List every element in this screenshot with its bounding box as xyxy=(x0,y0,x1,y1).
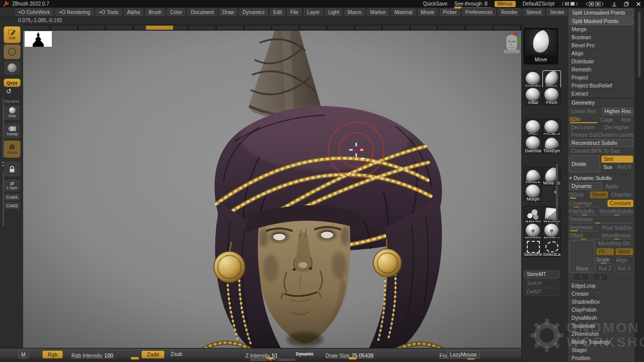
micropoly-down-button[interactable]: ↓ xyxy=(592,274,608,281)
document-canvas[interactable] xyxy=(23,24,521,348)
quicksave-button[interactable]: QuickSave xyxy=(423,1,447,7)
menu-item[interactable]: Picker xyxy=(440,9,460,16)
scale-slider[interactable]: Scale xyxy=(596,256,612,263)
brush-slot[interactable]: Move To xyxy=(542,167,561,186)
brush-slot[interactable]: Inflat xyxy=(524,86,542,105)
brush-slot[interactable]: Pinch xyxy=(542,86,561,105)
rotate-icon[interactable]: ↺ xyxy=(6,87,12,95)
micropoly-preview-box[interactable]: None xyxy=(569,240,595,273)
menu-item[interactable]: Preferences xyxy=(462,9,496,16)
section-geometry[interactable]: Geometry xyxy=(568,98,634,107)
section-merge[interactable]: Merge xyxy=(568,26,634,34)
menu-item[interactable]: Stencil xyxy=(523,9,544,16)
draw-ring-button[interactable] xyxy=(4,44,21,59)
menu-item[interactable]: +O Rendering xyxy=(55,9,93,16)
menu-item[interactable]: Render xyxy=(498,9,521,16)
section-align[interactable]: Align xyxy=(568,50,634,58)
menu-item[interactable]: Light xyxy=(325,9,342,16)
brush-slot[interactable]: TrimDyn xyxy=(542,135,561,153)
constant-toggle[interactable]: Constant xyxy=(607,200,633,207)
brush-tray-scrollbar[interactable] xyxy=(556,164,558,225)
section-zremesher[interactable]: ZRemesher xyxy=(568,330,634,338)
micropoly-up-button[interactable]: ↑ xyxy=(573,274,589,281)
align-button[interactable]: Align xyxy=(613,256,633,264)
zsub-toggle[interactable]: Zsub xyxy=(168,350,185,357)
rstr-button[interactable]: Rstr xyxy=(620,117,633,123)
reuv-button[interactable]: ReUV xyxy=(615,164,633,170)
menu-item[interactable]: Marker xyxy=(367,9,389,16)
m-button[interactable]: M xyxy=(18,350,29,358)
menu-item[interactable]: Macro xyxy=(345,9,365,16)
material-sphere-button[interactable] xyxy=(4,60,21,75)
transp-button[interactable]: Transp xyxy=(4,123,21,139)
scroll-up-arrow-icon[interactable] xyxy=(2,160,5,163)
suv-toggle[interactable]: Suv xyxy=(601,164,614,170)
del-higher-button[interactable]: Del Higher xyxy=(602,124,631,131)
apply-button[interactable]: Apply xyxy=(603,183,633,190)
section-project-basrelief[interactable]: Project BasRelief xyxy=(568,82,634,90)
bevel-toggle[interactable]: Bevel xyxy=(590,191,608,199)
cage-button[interactable]: Cage xyxy=(598,117,619,123)
alpha-thumbnail[interactable] xyxy=(25,31,52,47)
left-tray-scrollbar[interactable] xyxy=(3,99,4,158)
section-shadowbox[interactable]: ShadowBox xyxy=(568,298,634,306)
restore-button[interactable] xyxy=(624,2,629,7)
brush-slot[interactable]: SelectRe xyxy=(524,238,542,257)
tray-toggle-icons[interactable] xyxy=(586,1,605,7)
rot-z-button[interactable]: Rot Z xyxy=(596,265,614,273)
zadd-toggle[interactable]: Zadd xyxy=(141,350,165,358)
coverage-slider[interactable]: Coverage xyxy=(569,200,600,207)
store-mt-button[interactable]: StoreMT xyxy=(524,270,559,279)
del-lower-button[interactable]: Del Lower xyxy=(569,124,601,131)
draw-size-slider[interactable]: Draw Size25.05439 xyxy=(326,352,375,358)
scroll-up-arrow-icon[interactable]: ▲ xyxy=(269,358,272,361)
higher-res-button[interactable]: Higher Res xyxy=(602,108,633,115)
scroll-down-arrow-icon[interactable] xyxy=(2,165,5,168)
menu-item[interactable]: Material xyxy=(391,9,416,16)
switch-button[interactable]: Switch xyxy=(524,280,559,288)
micropoly-on-button[interactable]: MicroPoly On xyxy=(596,240,633,247)
see-through-slider[interactable]: See-through 0 xyxy=(454,1,488,7)
rgb-intensity-slider[interactable]: Rgb Intensity100 xyxy=(71,352,115,358)
right-panel-scroll-gutter[interactable] xyxy=(635,8,644,362)
menu-item[interactable]: Movie xyxy=(418,9,438,16)
right-panel-scrollbar[interactable] xyxy=(638,12,640,77)
dynamic-label[interactable]: Dynamic xyxy=(296,351,313,356)
brush-slot[interactable]: SelectLa xyxy=(542,238,561,257)
close-icon[interactable] xyxy=(636,2,641,7)
scroll-down-arrow-icon[interactable]: ▼ xyxy=(273,358,276,361)
section-dynamic-subdiv[interactable]: Dynamic Subdiv xyxy=(568,174,634,182)
smoothness-slider[interactable]: Smoothness xyxy=(601,232,633,239)
section-project[interactable]: Project xyxy=(568,74,634,82)
smoothsubdiv-slider[interactable]: SmoothSubdiv xyxy=(599,208,633,215)
section-modify-topology[interactable]: Modify Topology xyxy=(568,338,634,346)
split-masked-points-button[interactable]: Split Masked Points xyxy=(569,18,633,25)
shelf-toggle-icons[interactable] xyxy=(561,1,579,7)
lock-button[interactable] xyxy=(4,161,21,177)
menu-item[interactable]: Layer xyxy=(304,9,323,16)
see-through-handle[interactable] xyxy=(454,7,461,9)
menu-item[interactable]: Dynamics xyxy=(239,9,268,16)
section-extract[interactable]: Extract xyxy=(568,90,634,98)
local-symmetry-button[interactable]: ⇄ L.Sym xyxy=(4,179,21,192)
del-mt-button[interactable]: DelMT xyxy=(524,288,559,296)
dynamic-button[interactable]: Dynamic xyxy=(569,183,602,190)
section-remesh[interactable]: Remesh xyxy=(568,66,634,74)
ghost-button[interactable]: Ghost xyxy=(4,140,21,158)
menu-item[interactable]: Draw xyxy=(219,9,237,16)
cust1-button[interactable]: Cust1 xyxy=(4,193,21,201)
menu-item[interactable]: Brush xyxy=(145,9,165,16)
section-distribute[interactable]: Distribute xyxy=(568,58,634,66)
solo-button[interactable]: Solo xyxy=(4,105,21,121)
brush-slot[interactable]: Morph xyxy=(524,183,542,202)
section-dynamesh[interactable]: DynaMesh xyxy=(568,314,634,322)
chamfer-button[interactable]: Chamfer xyxy=(609,192,633,198)
menu-item[interactable]: Stroke xyxy=(547,9,568,16)
section-tessimate[interactable]: Tessimate xyxy=(568,322,634,330)
convert-bpr-button[interactable]: Convert BPR To Geo xyxy=(569,148,622,154)
scroll-left-arrow-icon[interactable] xyxy=(552,190,556,194)
menu-item[interactable]: +O Tools xyxy=(96,9,122,16)
menu-item[interactable]: Alpha xyxy=(124,9,143,16)
rot-x-button[interactable]: Rot X xyxy=(615,265,633,273)
flatsubdiv-slider[interactable]: FlatSubdiv xyxy=(569,208,598,215)
